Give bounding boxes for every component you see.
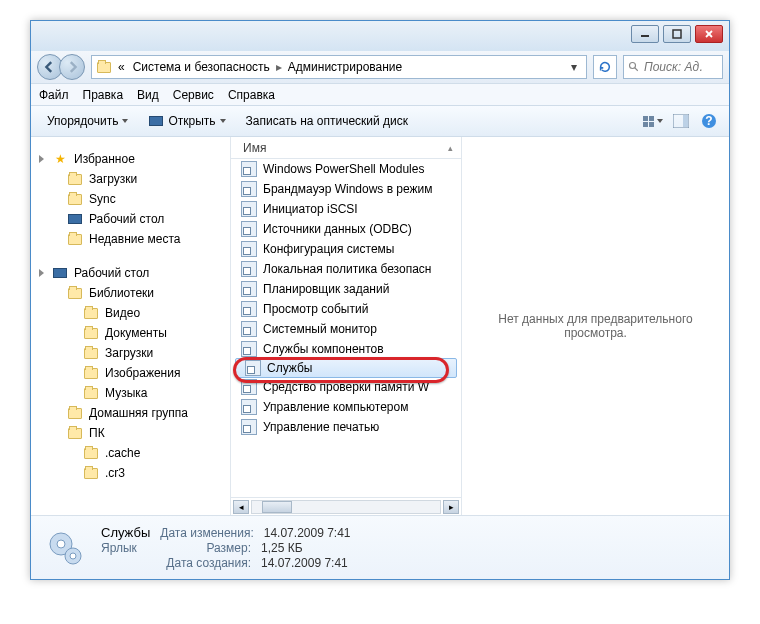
nav-item-music[interactable]: Музыка <box>31 383 230 403</box>
nav-item-cache[interactable]: .cache <box>31 443 230 463</box>
file-name: Windows PowerShell Modules <box>263 162 424 176</box>
shortcut-icon <box>241 261 257 277</box>
shortcut-icon <box>241 301 257 317</box>
address-row: « Система и безопасность ▸ Администриров… <box>31 51 729 83</box>
scroll-track[interactable] <box>251 500 441 514</box>
preview-pane-button[interactable] <box>669 109 693 133</box>
folder-icon <box>83 445 99 461</box>
folder-icon <box>67 171 83 187</box>
close-button[interactable] <box>695 25 723 43</box>
nav-item-recent[interactable]: Недавние места <box>31 229 230 249</box>
column-header-name[interactable]: Имя ▴ <box>231 137 461 159</box>
file-name: Конфигурация системы <box>263 242 394 256</box>
file-name: Службы компонентов <box>263 342 384 356</box>
folder-icon <box>67 231 83 247</box>
details-created-label: Дата создания: <box>163 556 251 570</box>
nav-pane[interactable]: ★ИзбранноеЗагрузкиSyncРабочий столНедавн… <box>31 137 231 515</box>
svg-point-13 <box>70 553 76 559</box>
details-name: Службы <box>101 525 150 540</box>
nav-item-favorites[interactable]: ★Избранное <box>31 149 230 169</box>
file-row[interactable]: Службы компонентов <box>231 339 461 359</box>
shortcut-icon <box>241 399 257 415</box>
menu-help[interactable]: Справка <box>228 88 275 102</box>
file-name: Инициатор iSCSI <box>263 202 358 216</box>
horizontal-scrollbar[interactable]: ◂ ▸ <box>231 497 461 515</box>
help-icon: ? <box>701 113 717 129</box>
search-input[interactable] <box>644 60 704 74</box>
file-name: Просмотр событий <box>263 302 368 316</box>
file-list[interactable]: Windows PowerShell ModulesБрандмауэр Win… <box>231 159 461 497</box>
search-box[interactable] <box>623 55 723 79</box>
nav-item-videos[interactable]: Видео <box>31 303 230 323</box>
burn-button[interactable]: Записать на оптический диск <box>238 109 417 133</box>
nav-label: ПК <box>89 426 105 440</box>
file-row[interactable]: Планировщик заданий <box>231 279 461 299</box>
nav-item-homegroup[interactable]: Домашняя группа <box>31 403 230 423</box>
maximize-button[interactable] <box>663 25 691 43</box>
nav-item-documents[interactable]: Документы <box>31 323 230 343</box>
burn-label: Записать на оптический диск <box>246 114 409 128</box>
refresh-button[interactable] <box>593 55 617 79</box>
details-size-value: 1,25 КБ <box>261 541 303 555</box>
details-type: Ярлык <box>101 541 153 555</box>
breadcrumb-2[interactable]: Администрирование <box>286 60 404 74</box>
nav-item-sync[interactable]: Sync <box>31 189 230 209</box>
minimize-button[interactable] <box>631 25 659 43</box>
file-row[interactable]: Управление печатью <box>231 417 461 437</box>
nav-buttons <box>37 54 85 80</box>
scroll-right-button[interactable]: ▸ <box>443 500 459 514</box>
nav-item-desktop[interactable]: Рабочий стол <box>31 263 230 283</box>
search-icon <box>628 61 640 73</box>
file-name: Средство проверки памяти W <box>263 380 429 394</box>
shortcut-icon <box>241 221 257 237</box>
nav-label: Загрузки <box>89 172 137 186</box>
details-thumbnail-icon <box>43 526 87 570</box>
svg-rect-1 <box>673 30 681 38</box>
expand-icon <box>39 155 44 163</box>
nav-item-desktop_fav[interactable]: Рабочий стол <box>31 209 230 229</box>
shortcut-icon <box>241 321 257 337</box>
menu-file[interactable]: Файл <box>39 88 69 102</box>
nav-item-downloads2[interactable]: Загрузки <box>31 343 230 363</box>
forward-button[interactable] <box>59 54 85 80</box>
folder-icon <box>67 191 83 207</box>
svg-line-5 <box>635 68 638 71</box>
scroll-left-button[interactable]: ◂ <box>233 500 249 514</box>
body: ★ИзбранноеЗагрузкиSyncРабочий столНедавн… <box>31 137 729 515</box>
breadcrumb-1[interactable]: Система и безопасность <box>131 60 272 74</box>
nav-item-pc[interactable]: ПК <box>31 423 230 443</box>
menu-edit[interactable]: Правка <box>83 88 124 102</box>
nav-item-downloads[interactable]: Загрузки <box>31 169 230 189</box>
file-row[interactable]: Конфигурация системы <box>231 239 461 259</box>
help-button[interactable]: ? <box>697 109 721 133</box>
folder-icon <box>96 59 112 75</box>
details-size-label: Размер: <box>163 541 251 555</box>
file-row[interactable]: Службы <box>235 358 457 378</box>
organize-button[interactable]: Упорядочить <box>39 109 136 133</box>
file-name: Источники данных (ODBC) <box>263 222 412 236</box>
shortcut-icon <box>241 181 257 197</box>
file-row[interactable]: Брандмауэр Windows в режим <box>231 179 461 199</box>
svg-text:?: ? <box>705 114 712 128</box>
menu-tools[interactable]: Сервис <box>173 88 214 102</box>
view-mode-button[interactable] <box>641 109 665 133</box>
address-bar[interactable]: « Система и безопасность ▸ Администриров… <box>91 55 587 79</box>
scroll-thumb[interactable] <box>262 501 292 513</box>
file-row[interactable]: Windows PowerShell Modules <box>231 159 461 179</box>
menu-view[interactable]: Вид <box>137 88 159 102</box>
address-dropdown-icon[interactable]: ▾ <box>566 60 582 74</box>
expand-icon <box>39 269 44 277</box>
file-row[interactable]: Системный монитор <box>231 319 461 339</box>
file-row[interactable]: Инициатор iSCSI <box>231 199 461 219</box>
nav-item-libraries[interactable]: Библиотеки <box>31 283 230 303</box>
file-row[interactable]: Источники данных (ODBC) <box>231 219 461 239</box>
file-row[interactable]: Средство проверки памяти W <box>231 377 461 397</box>
open-button[interactable]: Открыть <box>140 109 233 133</box>
file-row[interactable]: Просмотр событий <box>231 299 461 319</box>
file-row[interactable]: Локальная политика безопасн <box>231 259 461 279</box>
breadcrumb-prefix: « <box>116 60 127 74</box>
nav-item-cr3[interactable]: .cr3 <box>31 463 230 483</box>
nav-item-pictures[interactable]: Изображения <box>31 363 230 383</box>
folder-icon <box>67 405 83 421</box>
file-row[interactable]: Управление компьютером <box>231 397 461 417</box>
